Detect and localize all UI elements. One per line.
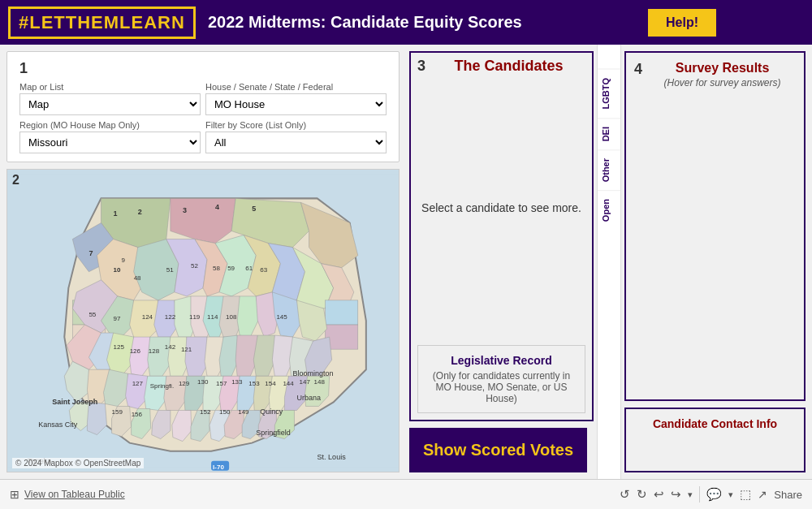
filter-select[interactable]: All High Medium Low xyxy=(205,132,387,153)
svg-text:52: 52 xyxy=(191,262,198,270)
map-copyright: © 2024 Mapbox © OpenStreetMap xyxy=(12,458,144,468)
undo-icon[interactable]: ↺ xyxy=(620,487,630,502)
filter-label: Filter by Score (List Only) xyxy=(205,120,387,130)
house-senate-group: House / Senate / State / Federal MO Hous… xyxy=(205,82,387,115)
svg-text:152: 152 xyxy=(200,408,211,416)
svg-text:150: 150 xyxy=(219,408,231,416)
fullscreen-icon[interactable]: ⬚ xyxy=(740,487,751,502)
survey-label-open[interactable]: Open xyxy=(598,190,620,230)
help-button[interactable]: Help! xyxy=(648,9,716,37)
svg-text:154: 154 xyxy=(265,380,276,387)
svg-text:I-70: I-70 xyxy=(213,464,224,471)
logo-text: #LETTHEMLEARN xyxy=(19,12,185,32)
tableau-link[interactable]: View on Tableau Public xyxy=(24,489,125,500)
header: #LETTHEMLEARN 2022 Midterms: Candidate E… xyxy=(0,0,812,45)
svg-text:61: 61 xyxy=(245,265,253,272)
svg-text:125: 125 xyxy=(114,343,125,351)
show-scored-votes-button[interactable]: Show Scored Votes xyxy=(409,428,587,472)
candidates-title: The Candidates xyxy=(432,58,585,75)
svg-text:2: 2 xyxy=(138,208,142,216)
legislative-record-box: Legislative Record (Only for candidates … xyxy=(417,345,585,413)
comment-dropdown[interactable]: ▾ xyxy=(728,490,733,500)
center-panel: 3 The Candidates Select a candidate to s… xyxy=(406,45,597,479)
svg-text:129: 129 xyxy=(179,380,190,387)
header-right-fill xyxy=(723,0,804,45)
svg-text:122: 122 xyxy=(165,313,176,321)
svg-text:159: 159 xyxy=(112,408,123,416)
svg-text:157: 157 xyxy=(216,380,227,387)
back-icon[interactable]: ↩ xyxy=(654,487,664,502)
logo-box: #LETTHEMLEARN xyxy=(8,6,196,39)
svg-text:63: 63 xyxy=(260,266,267,274)
house-senate-select[interactable]: MO House MO Senate US House Federal xyxy=(205,93,387,115)
map-or-list-group: Map or List Map List xyxy=(19,82,201,115)
region-label: Region (MO House Map Only) xyxy=(19,120,201,130)
survey-header-text: Survey Results (Hover for survey answers… xyxy=(649,61,796,88)
svg-text:3: 3 xyxy=(183,206,187,214)
candidate-contact-box: Candidate Contact Info xyxy=(624,408,806,472)
svg-text:114: 114 xyxy=(207,313,218,321)
svg-rect-16 xyxy=(326,300,358,325)
region-select[interactable]: Missouri Kansas City St. Louis xyxy=(19,132,201,153)
map-or-list-label: Map or List xyxy=(19,82,201,92)
svg-text:59: 59 xyxy=(227,265,235,272)
section2-number: 2 xyxy=(12,173,19,188)
svg-text:97: 97 xyxy=(114,315,121,322)
contact-title: Candidate Contact Info xyxy=(634,417,796,430)
house-senate-label: House / Senate / State / Federal xyxy=(205,82,387,92)
survey-results-box: 4 Survey Results (Hover for survey answe… xyxy=(624,51,806,401)
left-side: 1 Map or List Map List House / Senate / … xyxy=(0,45,406,479)
forward-dropdown[interactable]: ▾ xyxy=(688,490,693,500)
map-or-list-select[interactable]: Map List xyxy=(19,93,201,115)
map-section[interactable]: 2 xyxy=(6,169,400,472)
controls-grid: Map or List Map List House / Senate / St… xyxy=(19,82,387,153)
section4-header: 4 Survey Results (Hover for survey answe… xyxy=(634,61,796,88)
svg-text:7: 7 xyxy=(89,249,93,257)
svg-text:127: 127 xyxy=(132,380,144,387)
svg-text:Bloomington: Bloomington xyxy=(292,369,333,377)
svg-text:51: 51 xyxy=(166,266,174,274)
forward-icon[interactable]: ↪ xyxy=(671,487,681,502)
svg-text:108: 108 xyxy=(226,313,237,321)
legislative-subtitle: (Only for candidates currently in MO Hou… xyxy=(426,370,577,404)
survey-label-dei[interactable]: DEI xyxy=(598,118,620,149)
candidates-section: 3 The Candidates Select a candidate to s… xyxy=(409,51,594,421)
map-svg[interactable]: 1 2 3 4 5 7 10 9 48 51 52 58 59 61 63 55 xyxy=(7,170,399,472)
controls-section: 1 Map or List Map List House / Senate / … xyxy=(6,51,400,162)
section3-number: 3 xyxy=(417,58,425,75)
share-text[interactable]: Share xyxy=(774,489,802,501)
svg-text:Urbana: Urbana xyxy=(296,394,322,402)
svg-text:48: 48 xyxy=(134,274,141,282)
svg-text:145: 145 xyxy=(276,313,287,321)
svg-text:124: 124 xyxy=(142,313,153,321)
svg-text:128: 128 xyxy=(149,347,160,355)
svg-text:55: 55 xyxy=(89,311,96,318)
svg-text:130: 130 xyxy=(197,378,209,386)
right-side: 3 The Candidates Select a candidate to s… xyxy=(406,45,812,479)
svg-text:Springfi.: Springfi. xyxy=(150,382,174,390)
svg-text:Kansas City: Kansas City xyxy=(38,421,78,429)
tableau-grid-icon: ⊞ xyxy=(10,488,19,501)
svg-text:148: 148 xyxy=(314,378,326,386)
survey-label-lgbtq[interactable]: LGBTQ xyxy=(598,69,620,118)
content-area: 1 Map or List Map List House / Senate / … xyxy=(0,45,812,479)
svg-text:121: 121 xyxy=(181,346,192,353)
region-group: Region (MO House Map Only) Missouri Kans… xyxy=(19,120,201,153)
svg-text:4: 4 xyxy=(215,203,219,211)
comment-icon[interactable]: 💬 xyxy=(706,487,722,502)
svg-text:58: 58 xyxy=(213,265,220,272)
svg-text:Saint Joseph: Saint Joseph xyxy=(52,398,97,406)
far-right-panel: 4 Survey Results (Hover for survey answe… xyxy=(621,45,812,479)
svg-text:153: 153 xyxy=(248,380,260,387)
survey-label-other[interactable]: Other xyxy=(598,149,620,190)
svg-text:5: 5 xyxy=(252,205,256,213)
section4-number: 4 xyxy=(634,61,642,78)
share-icon[interactable]: ↗ xyxy=(758,488,767,501)
survey-results-title: Survey Results xyxy=(649,61,796,75)
candidates-body: Select a candidate to see more. xyxy=(411,76,592,339)
svg-text:9: 9 xyxy=(122,257,126,264)
redo-icon[interactable]: ↻ xyxy=(637,487,647,502)
filter-group: Filter by Score (List Only) All High Med… xyxy=(205,120,387,153)
survey-results-subtitle: (Hover for survey answers) xyxy=(649,77,796,88)
legislative-title: Legislative Record xyxy=(426,354,577,367)
